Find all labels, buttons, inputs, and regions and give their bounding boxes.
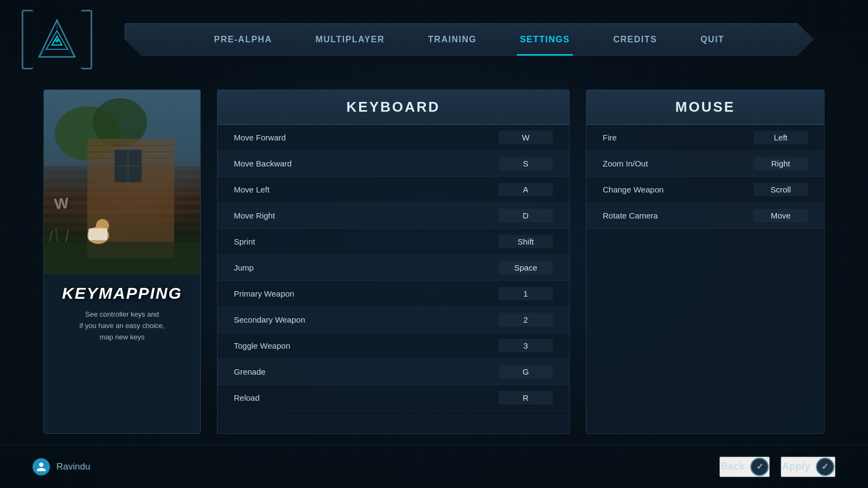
keyboard-action-9: Grenade (234, 367, 265, 376)
mouse-row-0[interactable]: Fire Left (586, 125, 824, 151)
nav-item-multiplayer[interactable]: MULTIPLAYER (293, 23, 406, 56)
panel-image: W (44, 90, 200, 274)
svg-point-6 (55, 39, 59, 42)
mouse-key-0: Left (754, 131, 808, 144)
keyboard-key-7: 2 (499, 313, 553, 326)
keyboard-action-1: Move Backward (234, 159, 292, 168)
keyboard-key-9: G (499, 365, 553, 378)
content: W KEYMAPPING See controller keys and (0, 79, 868, 445)
keyboard-key-6: 1 (499, 287, 553, 300)
mouse-key-3: Move (754, 209, 808, 222)
mouse-action-3: Rotate Camera (603, 211, 658, 220)
mouse-title: MOUSE (675, 99, 735, 115)
user-icon (36, 461, 47, 472)
keyboard-row-1[interactable]: Move Backward S (218, 151, 569, 177)
apply-check-icon: ✓ (816, 458, 834, 476)
nav-bar: PRE-ALPHA MULTIPLAYER TRAINING SETTINGS … (125, 23, 814, 56)
footer-buttons: Back ✓ Apply ✓ (719, 457, 835, 477)
keyboard-key-4: Shift (499, 235, 553, 248)
keyboard-row-6[interactable]: Primary Weapon 1 (218, 281, 569, 307)
nav-item-settings[interactable]: SETTINGS (498, 23, 591, 56)
username-label: Ravindu (56, 461, 90, 472)
keyboard-action-7: Secondary Weapon (234, 315, 305, 324)
mouse-row-1[interactable]: Zoom In/Out Right (586, 151, 824, 177)
left-panel: W KEYMAPPING See controller keys and (43, 89, 201, 434)
keyboard-row-5[interactable]: Jump Space (218, 255, 569, 281)
mouse-action-1: Zoom In/Out (603, 159, 648, 168)
apply-label: Apply (782, 461, 810, 472)
avatar (33, 458, 50, 476)
nav-item-pre-alpha[interactable]: PRE-ALPHA (193, 23, 294, 56)
mouse-panel-header: MOUSE (586, 90, 824, 125)
keyboard-key-5: Space (499, 261, 553, 274)
keyboard-row-2[interactable]: Move Left A (218, 177, 569, 203)
nav-item-training[interactable]: TRAINING (406, 23, 498, 56)
panel-description: See controller keys and if you have an e… (55, 309, 189, 343)
keyboard-row-3[interactable]: Move Right D (218, 203, 569, 229)
logo-wrapper (22, 4, 92, 75)
mouse-key-list: Fire Left Zoom In/Out Right Change Weapo… (586, 125, 824, 229)
mouse-row-2[interactable]: Change Weapon Scroll (586, 177, 824, 203)
page-wrapper: PRE-ALPHA MULTIPLAYER TRAINING SETTINGS … (0, 0, 868, 488)
mouse-key-2: Scroll (754, 183, 808, 196)
keyboard-action-6: Primary Weapon (234, 289, 294, 298)
keyboard-row-7[interactable]: Secondary Weapon 2 (218, 307, 569, 333)
logo-triangle-icon (38, 18, 76, 61)
keyboard-row-8[interactable]: Toggle Weapon 3 (218, 333, 569, 359)
back-label: Back (720, 461, 745, 472)
keyboard-action-4: Sprint (234, 237, 255, 246)
panel-label-area: KEYMAPPING See controller keys and if yo… (44, 274, 200, 348)
keyboard-row-0[interactable]: Move Forward W (218, 125, 569, 151)
keyboard-action-5: Jump (234, 263, 254, 272)
keyboard-key-2: A (499, 183, 553, 196)
keyboard-panel-header: KEYBOARD (218, 90, 569, 125)
mouse-action-2: Change Weapon (603, 185, 663, 194)
svg-line-20 (49, 231, 52, 242)
keyboard-key-3: D (499, 209, 553, 222)
keyboard-action-10: Reload (234, 393, 260, 402)
svg-rect-19 (44, 242, 200, 274)
back-button[interactable]: Back ✓ (719, 457, 770, 477)
keyboard-action-2: Move Left (234, 185, 270, 194)
mouse-key-1: Right (754, 157, 808, 170)
svg-line-21 (56, 228, 58, 242)
svg-text:W: W (54, 195, 70, 213)
footer: Ravindu Back ✓ Apply ✓ (0, 445, 868, 488)
mouse-action-0: Fire (603, 133, 617, 142)
keyboard-title: KEYBOARD (347, 99, 441, 115)
keyboard-key-list: Move Forward W Move Backward S Move Left… (218, 125, 569, 411)
keyboard-key-8: 3 (499, 339, 553, 352)
nav-item-credits[interactable]: CREDITS (591, 23, 679, 56)
svg-line-22 (66, 230, 68, 242)
keyboard-row-9[interactable]: Grenade G (218, 359, 569, 385)
mouse-row-3[interactable]: Rotate Camera Move (586, 203, 824, 229)
keyboard-panel: KEYBOARD Move Forward W Move Backward S … (217, 89, 570, 434)
panel-title: KEYMAPPING (55, 284, 189, 303)
keyboard-row-4[interactable]: Sprint Shift (218, 229, 569, 255)
svg-rect-25 (88, 228, 107, 240)
back-check-icon: ✓ (750, 458, 769, 476)
keyboard-key-10: R (499, 391, 553, 404)
mouse-panel: MOUSE Fire Left Zoom In/Out Right Change… (586, 89, 825, 434)
keyboard-key-0: W (499, 131, 553, 144)
keyboard-action-0: Move Forward (234, 133, 286, 142)
keyboard-action-3: Move Right (234, 211, 275, 220)
keyboard-action-8: Toggle Weapon (234, 341, 290, 350)
keyboard-row-10[interactable]: Reload R (218, 385, 569, 411)
apply-button[interactable]: Apply ✓ (781, 457, 835, 477)
user-info: Ravindu (33, 458, 90, 476)
nav-item-quit[interactable]: QUIT (679, 23, 746, 56)
header: PRE-ALPHA MULTIPLAYER TRAINING SETTINGS … (0, 0, 868, 79)
keyboard-key-1: S (499, 157, 553, 170)
